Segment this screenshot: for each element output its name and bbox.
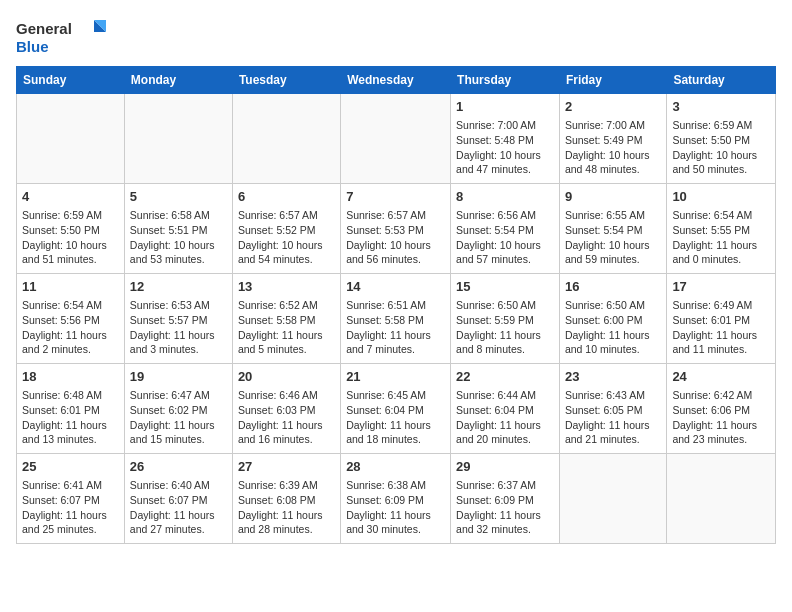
day-info: Sunrise: 6:57 AM Sunset: 5:52 PM Dayligh… (238, 208, 335, 267)
calendar-week-row: 1Sunrise: 7:00 AM Sunset: 5:48 PM Daylig… (17, 94, 776, 184)
calendar-cell: 12Sunrise: 6:53 AM Sunset: 5:57 PM Dayli… (124, 274, 232, 364)
day-header-saturday: Saturday (667, 67, 776, 94)
day-number: 22 (456, 368, 554, 386)
calendar-cell: 5Sunrise: 6:58 AM Sunset: 5:51 PM Daylig… (124, 184, 232, 274)
calendar-week-row: 25Sunrise: 6:41 AM Sunset: 6:07 PM Dayli… (17, 454, 776, 544)
day-info: Sunrise: 6:59 AM Sunset: 5:50 PM Dayligh… (22, 208, 119, 267)
day-info: Sunrise: 6:42 AM Sunset: 6:06 PM Dayligh… (672, 388, 770, 447)
day-info: Sunrise: 6:59 AM Sunset: 5:50 PM Dayligh… (672, 118, 770, 177)
day-info: Sunrise: 6:39 AM Sunset: 6:08 PM Dayligh… (238, 478, 335, 537)
day-number: 3 (672, 98, 770, 116)
svg-text:General: General (16, 20, 72, 37)
day-number: 13 (238, 278, 335, 296)
day-info: Sunrise: 6:43 AM Sunset: 6:05 PM Dayligh… (565, 388, 661, 447)
day-info: Sunrise: 6:49 AM Sunset: 6:01 PM Dayligh… (672, 298, 770, 357)
calendar-cell: 26Sunrise: 6:40 AM Sunset: 6:07 PM Dayli… (124, 454, 232, 544)
day-number: 16 (565, 278, 661, 296)
day-header-sunday: Sunday (17, 67, 125, 94)
day-info: Sunrise: 6:51 AM Sunset: 5:58 PM Dayligh… (346, 298, 445, 357)
calendar-week-row: 18Sunrise: 6:48 AM Sunset: 6:01 PM Dayli… (17, 364, 776, 454)
day-info: Sunrise: 6:40 AM Sunset: 6:07 PM Dayligh… (130, 478, 227, 537)
day-info: Sunrise: 6:52 AM Sunset: 5:58 PM Dayligh… (238, 298, 335, 357)
day-number: 1 (456, 98, 554, 116)
day-number: 15 (456, 278, 554, 296)
calendar-cell (341, 94, 451, 184)
calendar-cell (667, 454, 776, 544)
day-number: 21 (346, 368, 445, 386)
calendar-cell: 28Sunrise: 6:38 AM Sunset: 6:09 PM Dayli… (341, 454, 451, 544)
day-header-friday: Friday (559, 67, 666, 94)
calendar-cell (17, 94, 125, 184)
calendar-cell: 4Sunrise: 6:59 AM Sunset: 5:50 PM Daylig… (17, 184, 125, 274)
calendar-header-row: SundayMondayTuesdayWednesdayThursdayFrid… (17, 67, 776, 94)
day-header-monday: Monday (124, 67, 232, 94)
day-info: Sunrise: 6:58 AM Sunset: 5:51 PM Dayligh… (130, 208, 227, 267)
page-header: General Blue (16, 16, 776, 58)
day-number: 9 (565, 188, 661, 206)
day-number: 27 (238, 458, 335, 476)
day-number: 25 (22, 458, 119, 476)
calendar-cell: 1Sunrise: 7:00 AM Sunset: 5:48 PM Daylig… (451, 94, 560, 184)
calendar-cell: 3Sunrise: 6:59 AM Sunset: 5:50 PM Daylig… (667, 94, 776, 184)
day-info: Sunrise: 6:54 AM Sunset: 5:55 PM Dayligh… (672, 208, 770, 267)
calendar-cell: 8Sunrise: 6:56 AM Sunset: 5:54 PM Daylig… (451, 184, 560, 274)
calendar-cell: 29Sunrise: 6:37 AM Sunset: 6:09 PM Dayli… (451, 454, 560, 544)
calendar-cell: 24Sunrise: 6:42 AM Sunset: 6:06 PM Dayli… (667, 364, 776, 454)
calendar-cell: 2Sunrise: 7:00 AM Sunset: 5:49 PM Daylig… (559, 94, 666, 184)
day-number: 24 (672, 368, 770, 386)
calendar-cell: 9Sunrise: 6:55 AM Sunset: 5:54 PM Daylig… (559, 184, 666, 274)
day-number: 4 (22, 188, 119, 206)
day-number: 5 (130, 188, 227, 206)
day-number: 12 (130, 278, 227, 296)
calendar-cell (124, 94, 232, 184)
calendar-cell: 16Sunrise: 6:50 AM Sunset: 6:00 PM Dayli… (559, 274, 666, 364)
calendar-cell: 10Sunrise: 6:54 AM Sunset: 5:55 PM Dayli… (667, 184, 776, 274)
calendar-cell: 23Sunrise: 6:43 AM Sunset: 6:05 PM Dayli… (559, 364, 666, 454)
calendar-cell: 22Sunrise: 6:44 AM Sunset: 6:04 PM Dayli… (451, 364, 560, 454)
day-info: Sunrise: 6:38 AM Sunset: 6:09 PM Dayligh… (346, 478, 445, 537)
day-number: 23 (565, 368, 661, 386)
day-number: 18 (22, 368, 119, 386)
day-info: Sunrise: 7:00 AM Sunset: 5:49 PM Dayligh… (565, 118, 661, 177)
calendar-week-row: 4Sunrise: 6:59 AM Sunset: 5:50 PM Daylig… (17, 184, 776, 274)
day-number: 6 (238, 188, 335, 206)
day-number: 2 (565, 98, 661, 116)
calendar-cell (559, 454, 666, 544)
calendar-cell: 13Sunrise: 6:52 AM Sunset: 5:58 PM Dayli… (232, 274, 340, 364)
day-info: Sunrise: 6:54 AM Sunset: 5:56 PM Dayligh… (22, 298, 119, 357)
day-number: 7 (346, 188, 445, 206)
calendar-table: SundayMondayTuesdayWednesdayThursdayFrid… (16, 66, 776, 544)
day-header-thursday: Thursday (451, 67, 560, 94)
day-info: Sunrise: 7:00 AM Sunset: 5:48 PM Dayligh… (456, 118, 554, 177)
day-info: Sunrise: 6:53 AM Sunset: 5:57 PM Dayligh… (130, 298, 227, 357)
day-header-wednesday: Wednesday (341, 67, 451, 94)
day-number: 28 (346, 458, 445, 476)
calendar-cell: 27Sunrise: 6:39 AM Sunset: 6:08 PM Dayli… (232, 454, 340, 544)
day-number: 17 (672, 278, 770, 296)
day-info: Sunrise: 6:50 AM Sunset: 5:59 PM Dayligh… (456, 298, 554, 357)
day-info: Sunrise: 6:48 AM Sunset: 6:01 PM Dayligh… (22, 388, 119, 447)
day-info: Sunrise: 6:37 AM Sunset: 6:09 PM Dayligh… (456, 478, 554, 537)
day-info: Sunrise: 6:44 AM Sunset: 6:04 PM Dayligh… (456, 388, 554, 447)
day-info: Sunrise: 6:55 AM Sunset: 5:54 PM Dayligh… (565, 208, 661, 267)
calendar-cell: 6Sunrise: 6:57 AM Sunset: 5:52 PM Daylig… (232, 184, 340, 274)
day-info: Sunrise: 6:45 AM Sunset: 6:04 PM Dayligh… (346, 388, 445, 447)
calendar-week-row: 11Sunrise: 6:54 AM Sunset: 5:56 PM Dayli… (17, 274, 776, 364)
day-info: Sunrise: 6:46 AM Sunset: 6:03 PM Dayligh… (238, 388, 335, 447)
calendar-cell: 17Sunrise: 6:49 AM Sunset: 6:01 PM Dayli… (667, 274, 776, 364)
day-number: 20 (238, 368, 335, 386)
day-info: Sunrise: 6:56 AM Sunset: 5:54 PM Dayligh… (456, 208, 554, 267)
calendar-cell: 7Sunrise: 6:57 AM Sunset: 5:53 PM Daylig… (341, 184, 451, 274)
calendar-cell: 25Sunrise: 6:41 AM Sunset: 6:07 PM Dayli… (17, 454, 125, 544)
calendar-cell: 19Sunrise: 6:47 AM Sunset: 6:02 PM Dayli… (124, 364, 232, 454)
calendar-cell: 21Sunrise: 6:45 AM Sunset: 6:04 PM Dayli… (341, 364, 451, 454)
day-info: Sunrise: 6:47 AM Sunset: 6:02 PM Dayligh… (130, 388, 227, 447)
day-info: Sunrise: 6:41 AM Sunset: 6:07 PM Dayligh… (22, 478, 119, 537)
day-number: 29 (456, 458, 554, 476)
logo: General Blue (16, 16, 106, 58)
logo-svg: General Blue (16, 16, 106, 58)
day-number: 19 (130, 368, 227, 386)
calendar-cell: 15Sunrise: 6:50 AM Sunset: 5:59 PM Dayli… (451, 274, 560, 364)
day-number: 10 (672, 188, 770, 206)
day-number: 26 (130, 458, 227, 476)
